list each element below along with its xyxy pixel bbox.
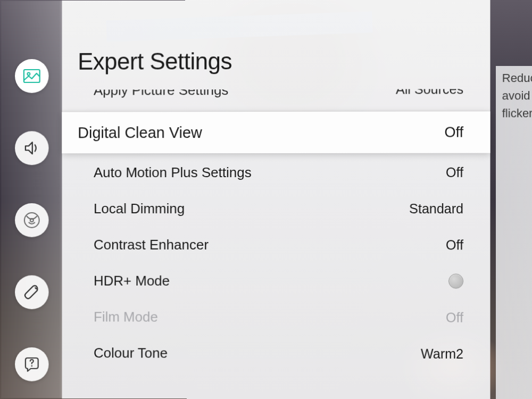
settings-list: Apply Picture Settings All Sources Digit… xyxy=(62,89,490,372)
help-description: Reduce avoid o flickeri xyxy=(496,66,532,399)
setting-row-contrast-enhancer[interactable]: Contrast Enhancer Off xyxy=(62,227,490,263)
settings-panel: Expert Settings Apply Picture Settings A… xyxy=(62,0,490,399)
setting-value: Off xyxy=(444,124,463,140)
svg-point-2 xyxy=(24,213,39,228)
setting-label: Digital Clean View xyxy=(78,124,202,142)
broadcast-icon xyxy=(22,211,41,230)
setting-label: Auto Motion Plus Settings xyxy=(94,164,252,181)
setting-row-hdr-plus-mode[interactable]: HDR+ Mode xyxy=(62,263,490,300)
setting-value: Off xyxy=(446,237,463,253)
setting-label: Local Dimming xyxy=(94,200,185,217)
setting-label: Contrast Enhancer xyxy=(94,236,209,253)
svg-point-4 xyxy=(31,365,32,367)
help-line: flickeri xyxy=(502,104,532,122)
setting-row-digital-clean-view[interactable]: Digital Clean View Off xyxy=(62,111,490,153)
sound-icon xyxy=(22,138,41,157)
svg-point-3 xyxy=(30,219,33,222)
picture-icon xyxy=(22,66,41,86)
svg-point-1 xyxy=(27,72,30,75)
sidebar-item-picture[interactable] xyxy=(15,59,48,93)
setting-value: Off xyxy=(446,164,463,180)
toggle-switch-off[interactable] xyxy=(448,273,463,288)
setting-value: All Sources xyxy=(396,89,463,97)
setting-value: Off xyxy=(446,310,463,325)
tv-settings-ui: Expert Settings Apply Picture Settings A… xyxy=(1,0,532,399)
setting-row-film-mode: Film Mode Off xyxy=(62,298,490,336)
setting-label: Apply Picture Settings xyxy=(94,89,228,98)
wrench-icon xyxy=(22,282,41,302)
setting-row-local-dimming[interactable]: Local Dimming Standard xyxy=(62,190,490,227)
help-line: Reduce xyxy=(502,69,532,87)
setting-row-colour-tone[interactable]: Colour Tone Warm2 xyxy=(62,335,490,372)
support-icon xyxy=(22,355,41,374)
setting-row-auto-motion-plus[interactable]: Auto Motion Plus Settings Off xyxy=(62,154,490,190)
setting-label: HDR+ Mode xyxy=(94,272,170,289)
sidebar-item-sound[interactable] xyxy=(15,131,48,165)
setting-value: Warm2 xyxy=(421,346,463,361)
setting-value: Standard xyxy=(409,201,463,217)
panel-title: Expert Settings xyxy=(62,47,490,90)
sidebar-item-broadcast[interactable] xyxy=(15,203,48,237)
setting-label: Film Mode xyxy=(94,309,158,325)
sidebar-item-support[interactable] xyxy=(15,347,48,381)
help-line: avoid o xyxy=(502,87,532,104)
svg-rect-0 xyxy=(23,70,39,82)
settings-category-sidebar xyxy=(1,1,62,398)
sidebar-item-general[interactable] xyxy=(15,275,48,309)
setting-label: Colour Tone xyxy=(94,345,168,361)
setting-row-apply-picture[interactable]: Apply Picture Settings All Sources xyxy=(62,89,490,111)
